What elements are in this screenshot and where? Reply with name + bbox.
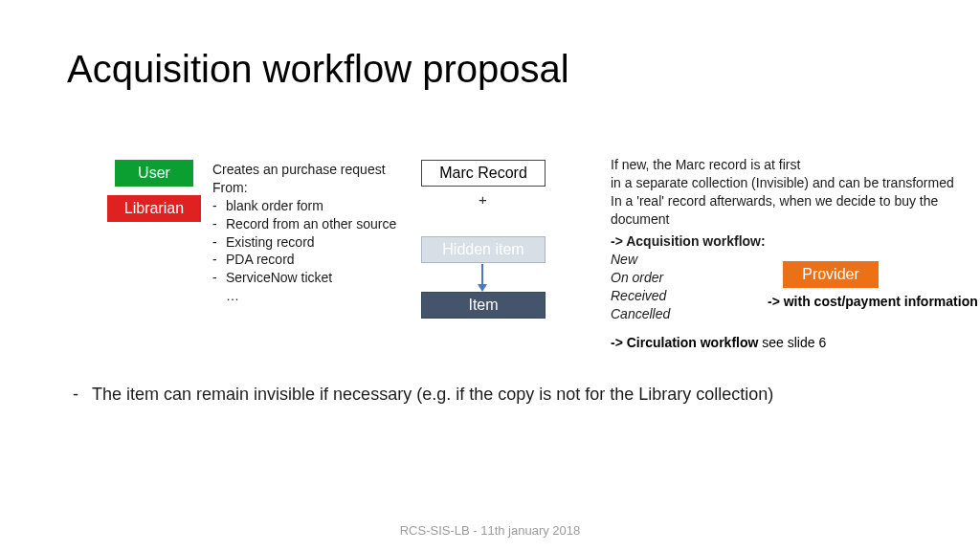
bottom-note-content: The item can remain invisible if necessa…: [92, 385, 773, 404]
item-box: Item: [421, 292, 546, 319]
user-box: User: [115, 160, 193, 187]
provider-box: Provider: [783, 261, 879, 288]
acq-state: Cancelled: [611, 305, 766, 323]
acq-state: Received: [611, 287, 766, 305]
marc-note-text: If new, the Marc record is at first in a…: [611, 156, 980, 229]
marc-record-box: Marc Record: [421, 160, 546, 187]
purchase-item: PDA record: [226, 251, 413, 269]
marc-note-line: If new, the Marc record is at first: [611, 156, 980, 174]
slide-footer: RCS-SIS-LB - 11th january 2018: [0, 523, 980, 538]
purchase-item: ServiceNow ticket: [226, 269, 413, 287]
marc-note-line: in a separate collection (Invisible) and…: [611, 174, 980, 192]
purchase-item: Record from an other source: [226, 215, 413, 233]
purchase-from-label: From:: [212, 179, 413, 197]
acquisition-workflow-text: -> Acquisition workflow: New On order Re…: [611, 232, 766, 322]
purchase-ellipsis: …: [212, 287, 413, 305]
arrow-down-icon: [481, 264, 483, 285]
acq-heading: -> Acquisition workflow:: [611, 232, 766, 251]
bottom-note-text: - The item can remain invisible if neces…: [92, 383, 838, 406]
purchase-item: blank order form: [226, 197, 413, 215]
purchase-item: Existing record: [226, 233, 413, 252]
purchase-heading: Creates an purchase request: [212, 161, 413, 179]
dash-icon: -: [73, 383, 78, 406]
acq-state: On order: [611, 269, 766, 287]
marc-note-line: In a 'real' record afterwards, when we d…: [611, 192, 980, 229]
purchase-request-text: Creates an purchase request From: blank …: [212, 161, 413, 305]
hidden-item-box: Hidden item: [421, 236, 546, 263]
circulation-note-text: -> Circulation workflow see slide 6: [611, 335, 826, 350]
circ-rest: see slide 6: [758, 335, 826, 350]
circ-bold: -> Circulation workflow: [611, 335, 758, 350]
plus-symbol: +: [479, 191, 487, 208]
librarian-box: Librarian: [107, 195, 201, 222]
slide-title: Acquisition workflow proposal: [67, 48, 569, 91]
cost-note-text: -> with cost/payment information: [768, 294, 978, 309]
acq-state: New: [611, 251, 766, 269]
